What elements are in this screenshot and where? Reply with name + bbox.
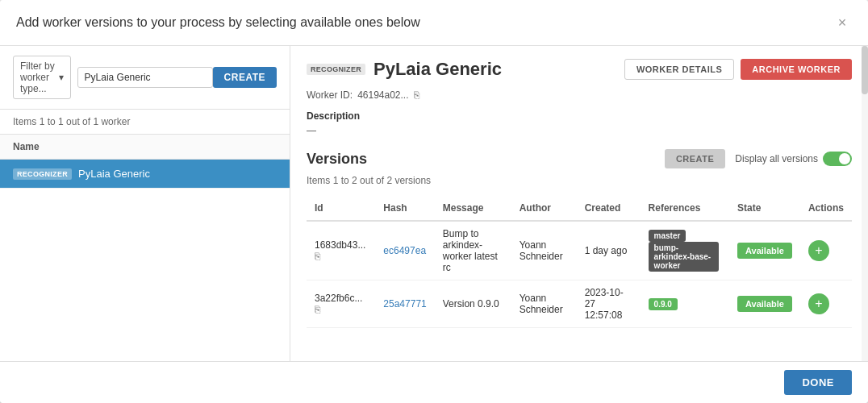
left-panel-toolbar: Filter by worker type... ▾ CREATE xyxy=(0,46,290,110)
col-references: References xyxy=(641,196,729,221)
version-actions: + xyxy=(800,280,852,328)
version-message: Bump to arkindex-worker latest rc xyxy=(435,221,511,280)
table-row: 3a22fb6c... ⎘25a47771Version 0.9.0Yoann … xyxy=(307,280,852,328)
copy-id-icon[interactable]: ⎘ xyxy=(315,251,320,262)
worker-details-button[interactable]: WORKER DETAILS xyxy=(624,59,734,80)
versions-table: Id Hash Message Author Created Reference… xyxy=(307,196,852,328)
version-message: Version 0.9.0 xyxy=(435,280,511,328)
worker-type-badge: RECOGNIZER xyxy=(307,64,365,75)
ref-badge: bump-arkindex-base-worker xyxy=(649,242,719,272)
done-button[interactable]: DONE xyxy=(784,370,852,395)
modal: Add worker versions to your process by s… xyxy=(0,0,868,403)
toggle-knob xyxy=(839,153,850,164)
description-value: — xyxy=(307,125,852,136)
worker-header: RECOGNIZER PyLaia Generic WORKER DETAILS… xyxy=(307,59,852,80)
version-references: 0.9.0 xyxy=(641,280,729,328)
versions-header: Versions CREATE Display all versions xyxy=(307,149,852,168)
create-button[interactable]: CREATE xyxy=(213,67,277,88)
version-id: 1683db43... ⎘ xyxy=(307,221,375,280)
version-author: Yoann Schneider xyxy=(511,221,577,280)
state-badge: Available xyxy=(737,243,792,259)
version-hash[interactable]: ec6497ea xyxy=(375,221,434,280)
filter-type-select[interactable]: Filter by worker type... ▾ xyxy=(13,56,71,99)
left-panel: Filter by worker type... ▾ CREATE Items … xyxy=(0,46,290,361)
modal-body: Filter by worker type... ▾ CREATE Items … xyxy=(0,46,868,361)
ref-badge: master xyxy=(649,230,686,242)
version-created: 1 day ago xyxy=(577,221,641,280)
right-panel-inner: RECOGNIZER PyLaia Generic WORKER DETAILS… xyxy=(290,46,868,361)
close-button[interactable]: × xyxy=(833,13,852,32)
version-references: masterbump-arkindex-base-worker xyxy=(641,221,729,280)
add-version-button[interactable]: + xyxy=(808,240,829,261)
modal-header: Add worker versions to your process by s… xyxy=(0,0,868,46)
version-id: 3a22fb6c... ⎘ xyxy=(307,280,375,328)
table-row: 1683db43... ⎘ec6497eaBump to arkindex-wo… xyxy=(307,221,852,280)
list-header-name: Name xyxy=(0,135,290,160)
display-all-toggle[interactable] xyxy=(823,152,852,166)
ref-badge: 0.9.0 xyxy=(649,298,678,310)
modal-footer: DONE xyxy=(0,361,868,403)
list-item[interactable]: RECOGNIZER PyLaia Generic xyxy=(0,160,290,189)
chevron-down-icon: ▾ xyxy=(59,72,64,83)
description-label: Description xyxy=(307,110,852,122)
copy-icon[interactable]: ⎘ xyxy=(414,89,419,101)
versions-count: Items 1 to 2 out of 2 versions xyxy=(307,175,852,186)
list-items: RECOGNIZER PyLaia Generic xyxy=(0,160,290,361)
col-actions: Actions xyxy=(800,196,852,221)
display-all-label: Display all versions xyxy=(735,153,818,164)
worker-title-group: RECOGNIZER PyLaia Generic xyxy=(307,59,502,80)
versions-title: Versions xyxy=(307,151,367,168)
version-author: Yoann Schneider xyxy=(511,280,577,328)
version-state: Available xyxy=(729,280,800,328)
type-badge: RECOGNIZER xyxy=(13,168,72,180)
archive-worker-button[interactable]: ARCHIVE WORKER xyxy=(741,59,852,80)
worker-id-value: 46194a02... xyxy=(357,89,408,101)
version-created: 2023-10-27 12:57:08 xyxy=(577,280,641,328)
col-author: Author xyxy=(511,196,577,221)
col-state: State xyxy=(729,196,800,221)
filter-input[interactable] xyxy=(77,67,213,88)
filter-group: Filter by worker type... ▾ xyxy=(13,56,213,99)
right-panel: RECOGNIZER PyLaia Generic WORKER DETAILS… xyxy=(290,46,868,361)
col-message: Message xyxy=(435,196,511,221)
col-hash: Hash xyxy=(375,196,434,221)
items-count: Items 1 to 1 out of 1 worker xyxy=(0,110,290,135)
display-all-row: Display all versions xyxy=(735,152,852,166)
create-version-button[interactable]: CREATE xyxy=(665,149,725,168)
version-actions: + xyxy=(800,221,852,280)
scrollbar-thumb xyxy=(862,46,868,94)
col-created: Created xyxy=(577,196,641,221)
worker-id-label: Worker ID: xyxy=(307,89,353,101)
version-state: Available xyxy=(729,221,800,280)
version-hash[interactable]: 25a47771 xyxy=(375,280,434,328)
modal-header-title: Add worker versions to your process by s… xyxy=(16,15,420,30)
hash-link[interactable]: 25a47771 xyxy=(383,298,426,310)
state-badge: Available xyxy=(737,296,792,312)
versions-controls: CREATE Display all versions xyxy=(665,149,852,168)
copy-id-icon[interactable]: ⎘ xyxy=(315,304,320,315)
col-id: Id xyxy=(307,196,375,221)
worker-name-title: PyLaia Generic xyxy=(373,59,502,80)
header-actions: WORKER DETAILS ARCHIVE WORKER xyxy=(624,59,852,80)
add-version-button[interactable]: + xyxy=(808,293,829,314)
hash-link[interactable]: ec6497ea xyxy=(383,245,426,256)
worker-id-row: Worker ID: 46194a02... ⎘ xyxy=(307,89,852,101)
scrollbar-track[interactable] xyxy=(862,46,868,361)
list-item-name: PyLaia Generic xyxy=(78,168,150,180)
